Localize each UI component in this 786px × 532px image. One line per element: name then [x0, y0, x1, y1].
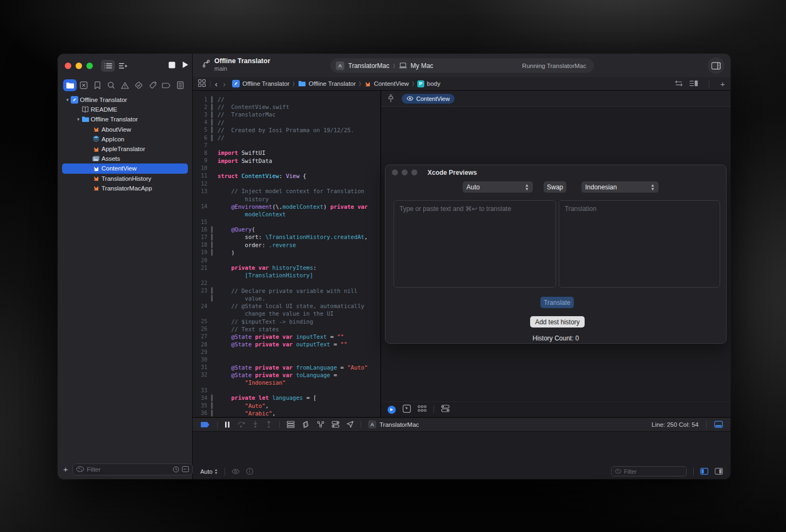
pause-button[interactable]	[225, 421, 230, 428]
nav-tab-reports[interactable]	[173, 79, 187, 91]
nav-tab-tests[interactable]	[132, 79, 146, 91]
console-toolbar: Auto ▲▼	[193, 463, 730, 479]
scheme-selector[interactable]: A TranslatorMac 〉 My Mac Running Transla…	[330, 58, 594, 73]
nav-tab-source-control[interactable]	[77, 79, 91, 91]
line-number: 30	[193, 357, 210, 363]
preview-tab[interactable]: ContentView	[402, 94, 455, 104]
pin-icon[interactable]	[388, 94, 394, 103]
translate-button[interactable]: Translate	[540, 297, 574, 308]
translation-text-area[interactable]	[559, 201, 720, 287]
xcodeproj-icon	[232, 80, 240, 87]
simulate-location-button[interactable]	[347, 421, 354, 428]
console-info-button[interactable]	[246, 468, 253, 475]
source-control-status-icon[interactable]	[182, 466, 189, 472]
add-test-history-button[interactable]: Add test history	[530, 316, 585, 328]
tree-item-aboutview[interactable]: AboutView	[62, 125, 188, 134]
add-file-button[interactable]: +	[63, 465, 68, 474]
swap-button[interactable]: Swap	[544, 181, 566, 193]
debug-target[interactable]: A TranslatorMac	[368, 420, 419, 428]
step-over-button[interactable]	[237, 421, 245, 428]
source-text-area[interactable]	[394, 201, 555, 287]
code-line: history	[193, 195, 381, 202]
appicon-icon	[92, 135, 101, 142]
close-button[interactable]	[65, 63, 71, 69]
breadcrumb-label: Offline Translator	[309, 80, 356, 87]
console-filter-field[interactable]	[611, 466, 687, 476]
scheme-name[interactable]: TranslatorMac	[348, 62, 389, 70]
console-mode-select[interactable]: Auto ▲▼	[200, 468, 218, 475]
variants-grid-button[interactable]	[418, 405, 426, 414]
tree-item-assets[interactable]: Assets	[62, 154, 188, 163]
show-console-view-button[interactable]	[715, 468, 723, 475]
device-settings-button[interactable]	[441, 405, 450, 414]
inspector-toggle-button[interactable]	[708, 57, 724, 74]
tree-item-translatormacapp[interactable]: TranslatorMacApp	[62, 183, 188, 193]
nav-tab-breakpoints[interactable]	[160, 79, 173, 91]
zoom-button[interactable]	[86, 63, 93, 69]
navigator-filter-field[interactable]	[72, 463, 193, 475]
environment-overrides-button[interactable]	[331, 421, 340, 428]
tree-item-offline-translator[interactable]: ▾Offline Translator	[62, 95, 188, 105]
nav-tab-find[interactable]	[105, 79, 118, 91]
editor-layout-icon[interactable]	[675, 80, 683, 88]
related-items-button[interactable]	[198, 79, 206, 88]
nav-tab-debug[interactable]	[146, 79, 159, 91]
nav-tab-issues[interactable]	[118, 79, 132, 91]
divider	[693, 468, 694, 475]
forward-button[interactable]: ›	[223, 79, 226, 88]
preview-close-button[interactable]	[392, 169, 398, 175]
breadcrumb-item-offline-translator[interactable]: Offline Translator	[232, 80, 289, 87]
scheme-title-block[interactable]: Offline Translator main	[202, 57, 270, 72]
code-editor[interactable]: 1//2// ContentView.swift3// TranslatorMa…	[193, 91, 381, 417]
tree-item-offline-translator[interactable]: ▾Offline Translator	[62, 114, 188, 124]
tree-item-translationhistory[interactable]: TranslationHistory	[62, 174, 188, 183]
line-number: 25	[193, 318, 210, 324]
tree-item-contentview[interactable]: ContentView	[62, 163, 188, 173]
breadcrumb-item-contentview[interactable]: ContentView	[364, 80, 409, 87]
preview-zoom-button[interactable]	[411, 169, 417, 175]
tree-item-readme[interactable]: README	[62, 105, 188, 114]
nav-tab-project[interactable]	[63, 79, 77, 91]
live-preview-button[interactable]: ▶	[388, 406, 396, 414]
view-hierarchy-button[interactable]	[287, 421, 295, 428]
code-text: "Indonesian"	[213, 379, 286, 386]
stop-button[interactable]	[168, 61, 175, 71]
chevron-down-icon[interactable]: ▾	[75, 117, 82, 122]
code-text: //	[213, 96, 225, 103]
line-number: 19	[193, 249, 210, 255]
sidebar-toggle-button[interactable]	[101, 60, 115, 72]
step-out-button[interactable]	[266, 421, 272, 428]
debug-area-toggle-button[interactable]	[714, 421, 723, 428]
minimap-toggle-icon[interactable]	[689, 80, 698, 88]
console-filter-input[interactable]	[624, 468, 683, 475]
selectable-mode-button[interactable]	[403, 405, 411, 415]
memory-graph-button[interactable]	[302, 421, 310, 428]
filter-input[interactable]	[87, 466, 170, 473]
breakpoints-toggle-button[interactable]	[200, 421, 210, 428]
debug-console[interactable]: Auto ▲▼	[193, 432, 730, 479]
tree-item-appletranslator[interactable]: AppleTranslator	[62, 144, 188, 154]
debug-graph-button[interactable]	[317, 421, 324, 428]
nav-tab-bookmarks[interactable]	[91, 79, 104, 91]
minimize-button[interactable]	[76, 63, 82, 69]
run-destination[interactable]: My Mac	[411, 62, 433, 70]
code-line: 15	[193, 218, 381, 226]
breadcrumb-item-offline-translator[interactable]: Offline Translator	[298, 80, 356, 87]
filter-icon	[76, 466, 84, 472]
breadcrumb-item-body[interactable]: Pbody	[417, 80, 441, 87]
compose-editor-button[interactable]	[116, 60, 130, 72]
add-editor-button[interactable]: +	[720, 79, 725, 88]
show-variables-view-button[interactable]	[700, 468, 708, 475]
line-number: 34	[193, 395, 210, 401]
from-language-select[interactable]: Auto ▲▼	[463, 181, 533, 193]
preview-minimize-button[interactable]	[402, 169, 408, 175]
back-button[interactable]: ‹	[215, 79, 218, 88]
console-eye-button[interactable]	[232, 469, 240, 474]
recent-files-icon[interactable]	[173, 466, 179, 473]
tree-item-appicon[interactable]: AppIcon	[62, 134, 188, 144]
step-into-button[interactable]	[252, 421, 259, 428]
to-language-select[interactable]: Indonesian ▲▼	[581, 181, 659, 193]
run-button[interactable]	[182, 61, 189, 71]
activity-status: Running TranslatorMac	[522, 63, 586, 69]
chevron-down-icon[interactable]: ▾	[64, 97, 71, 103]
